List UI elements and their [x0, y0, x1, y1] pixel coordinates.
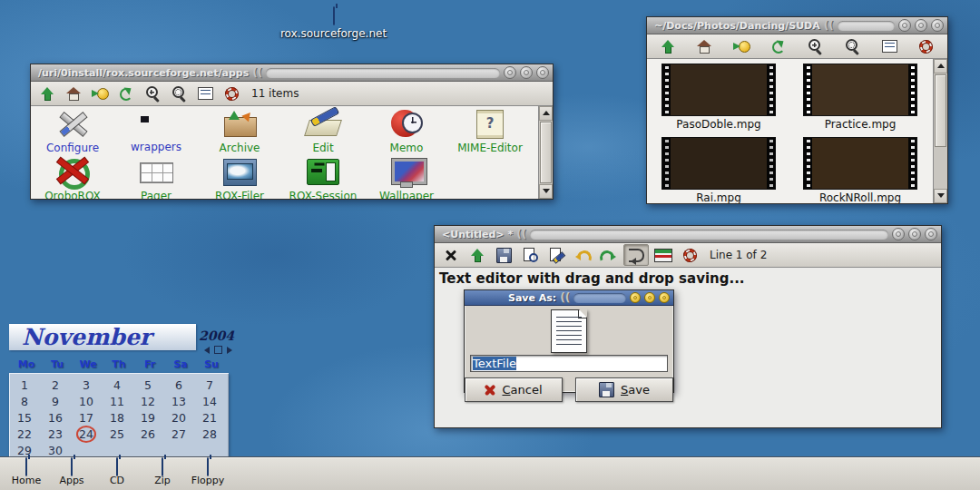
calendar-day[interactable]: 5 — [132, 377, 163, 392]
taskbar-folder-item[interactable]: Zip — [140, 458, 185, 486]
app-item[interactable]: Memo — [365, 106, 448, 154]
calendar-day[interactable]: 7 — [194, 377, 225, 392]
zoom-select-button[interactable] — [167, 83, 191, 103]
redo-button[interactable] — [597, 245, 621, 265]
undo-button[interactable] — [571, 245, 594, 265]
calendar-day[interactable]: 16 — [40, 410, 71, 425]
word-wrap-button[interactable] — [623, 244, 649, 266]
help-button[interactable] — [220, 83, 243, 103]
home-button[interactable] — [62, 83, 85, 103]
list-view-button[interactable] — [193, 83, 217, 103]
find-button[interactable] — [518, 245, 542, 265]
calendar-day[interactable]: 20 — [163, 410, 194, 425]
forward-button[interactable] — [88, 83, 112, 103]
app-item[interactable]: wrappers — [114, 106, 198, 154]
calendar-day[interactable]: 27 — [163, 426, 194, 441]
dialog-maximize-button[interactable] — [644, 292, 655, 303]
scrollbar-thumb[interactable] — [540, 122, 552, 183]
taskbar-folder-item[interactable]: Floppy — [185, 458, 230, 486]
taskbar-folder-item[interactable]: CD — [94, 458, 140, 486]
up-button[interactable] — [35, 83, 59, 103]
calendar-day[interactable]: 19 — [132, 410, 163, 425]
video-file-item[interactable]: PasoDoble.mpg — [654, 64, 783, 131]
taskbar-folder-item[interactable]: Home — [4, 458, 49, 486]
app-item[interactable]: Edit — [281, 106, 365, 154]
scroll-down-arrow[interactable] — [539, 184, 553, 199]
help-button[interactable] — [915, 36, 938, 56]
prev-month-icon[interactable] — [204, 347, 210, 354]
home-button[interactable] — [693, 36, 717, 56]
video-file-item[interactable]: Rai.mpg — [654, 137, 783, 203]
calendar-day[interactable]: 13 — [163, 394, 194, 408]
refresh-button[interactable] — [114, 83, 138, 103]
text-file-drag-icon[interactable] — [551, 309, 587, 353]
scrollbar-vertical[interactable] — [538, 106, 553, 199]
window-close-button[interactable] — [925, 228, 937, 240]
desktop-icon-rox-sourceforge[interactable]: rox.sourceforge.net — [272, 7, 395, 40]
app-item[interactable]: Wallpaper — [365, 154, 448, 199]
dialog-close-button[interactable] — [659, 292, 670, 303]
scroll-up-arrow[interactable] — [934, 59, 947, 74]
calendar-day[interactable]: 4 — [102, 377, 132, 392]
zoom-in-button[interactable] — [804, 36, 828, 56]
next-month-icon[interactable] — [227, 347, 232, 354]
window-maximize-button[interactable] — [915, 19, 927, 32]
calendar-day[interactable]: 6 — [163, 377, 194, 392]
scroll-up-arrow[interactable] — [539, 106, 553, 121]
dialog-titlebar[interactable]: Save As: (( — [465, 290, 673, 306]
calendar-day[interactable]: 18 — [102, 410, 132, 425]
calendar-day[interactable]: 23 — [40, 426, 71, 441]
up-button[interactable] — [466, 245, 489, 265]
scrollbar-vertical[interactable] — [933, 59, 947, 203]
window-iconify-button[interactable] — [898, 19, 911, 32]
zoom-in-button[interactable] — [141, 83, 164, 103]
video-file-item[interactable]: Practice.mpg — [796, 64, 925, 131]
calendar-day[interactable]: 28 — [194, 426, 225, 441]
today-icon[interactable] — [214, 346, 222, 354]
help-button[interactable] — [678, 245, 701, 265]
calendar-day[interactable]: 9 — [40, 394, 71, 408]
calendar-day[interactable]: 17 — [71, 410, 102, 425]
calendar-day[interactable]: 22 — [9, 426, 40, 441]
app-item[interactable]: ROX-Filer — [198, 154, 281, 199]
calendar-day[interactable]: 1 — [9, 377, 40, 392]
titlebar[interactable]: <Untitled> * (( — [435, 226, 941, 243]
app-item[interactable]: Archive — [198, 106, 281, 154]
window-close-button[interactable] — [931, 19, 944, 32]
calendar-day[interactable]: 21 — [194, 410, 225, 425]
save-button[interactable] — [492, 245, 515, 265]
up-button[interactable] — [656, 36, 680, 56]
calendar-day[interactable]: 30 — [40, 443, 71, 457]
app-item[interactable]: OroboROX — [31, 154, 114, 199]
app-item[interactable]: MIME-Editor — [448, 106, 532, 154]
calendar-day[interactable]: 12 — [132, 394, 163, 408]
window-maximize-button[interactable] — [908, 228, 921, 240]
scrollbar-thumb[interactable] — [935, 74, 946, 147]
app-item[interactable]: Configure — [31, 106, 114, 154]
window-iconify-button[interactable] — [504, 66, 516, 79]
cancel-button[interactable]: Cancel — [465, 377, 563, 402]
calendar-day[interactable]: 15 — [9, 410, 40, 425]
calendar-day[interactable]: 29 — [9, 443, 40, 457]
calendar-day[interactable]: 25 — [102, 426, 132, 441]
calendar-day[interactable]: 10 — [71, 394, 102, 408]
zoom-select-button[interactable] — [841, 36, 865, 56]
save-button[interactable]: Save — [575, 377, 673, 402]
calendar-day[interactable]: 26 — [132, 426, 163, 441]
titlebar[interactable]: /uri/0install/rox.sourceforge.net/apps (… — [31, 64, 553, 82]
highlight-button[interactable] — [652, 245, 675, 265]
app-item[interactable]: ROX-Session — [281, 154, 365, 199]
calendar-day[interactable]: 8 — [9, 394, 40, 408]
taskbar-folder-item[interactable]: Apps — [49, 458, 94, 486]
calendar-day[interactable]: 2 — [40, 377, 71, 392]
video-file-item[interactable]: RockNRoll.mpg — [796, 137, 925, 203]
window-iconify-button[interactable] — [892, 228, 905, 240]
calendar-day[interactable]: 3 — [71, 377, 102, 392]
window-maximize-button[interactable] — [520, 66, 533, 79]
list-view-button[interactable] — [877, 36, 901, 56]
titlebar[interactable]: ~/Docs/Photos/Dancing/SUDA (( — [647, 17, 947, 34]
find-replace-button[interactable] — [544, 245, 568, 265]
calendar-day[interactable]: 11 — [102, 394, 132, 408]
dialog-iconify-button[interactable] — [630, 292, 641, 303]
close-file-button[interactable] — [439, 245, 463, 265]
